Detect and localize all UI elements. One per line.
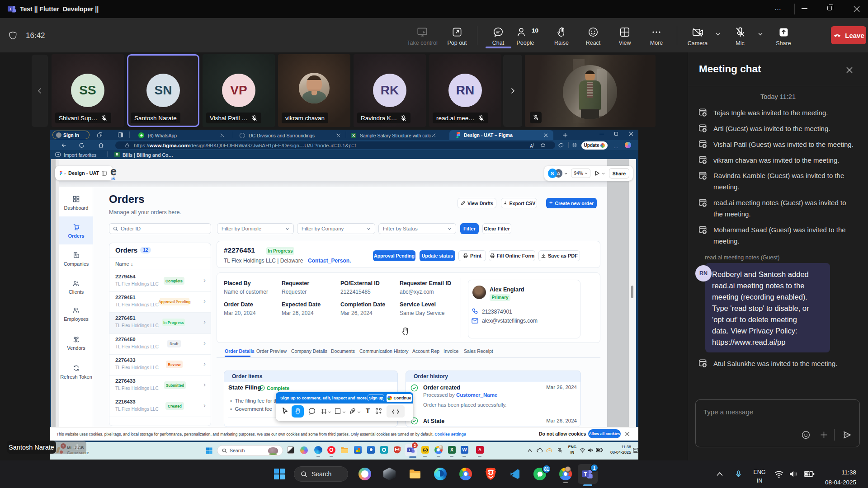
svg-text:T: T (409, 448, 411, 452)
svg-text:T: T (9, 7, 12, 11)
svg-text:T: T (584, 471, 587, 477)
